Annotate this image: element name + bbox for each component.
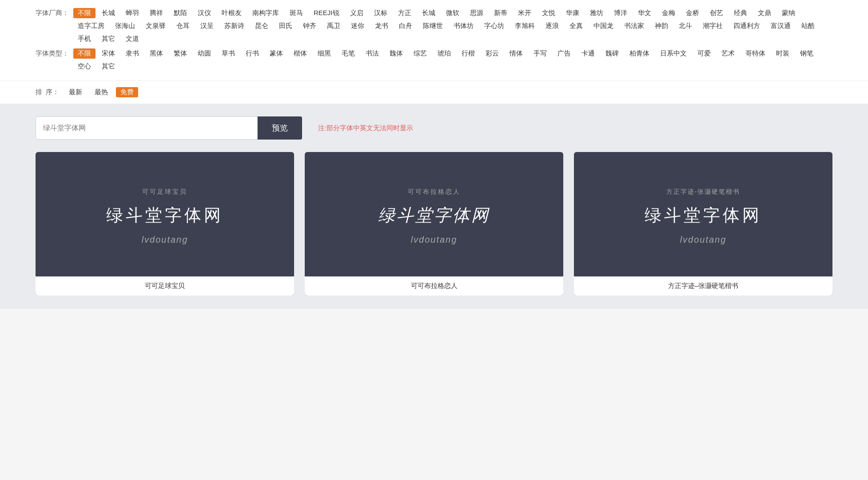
vendor-tag-boyang[interactable]: 博洋	[609, 8, 632, 18]
vendor-tag-tengxiang[interactable]: 腾祥	[145, 8, 167, 18]
vendor-tag-chanyu[interactable]: 蝉羽	[121, 8, 143, 18]
vendor-tag-hancheng[interactable]: 汉呈	[196, 21, 218, 31]
vendor-tag-fuhangtong[interactable]: 富汉通	[766, 21, 795, 31]
font-card-1[interactable]: 可可足球宝贝 绿斗堂字体网 lvdoutang 可可足球宝贝	[36, 152, 294, 296]
type-tag-xingshu[interactable]: 行书	[241, 48, 263, 59]
type-tag-guanggao[interactable]: 广告	[553, 48, 575, 59]
vendor-tag-zhanghaishan[interactable]: 张海山	[111, 21, 139, 31]
vendor-tag-chaozishe[interactable]: 潮字社	[698, 21, 727, 31]
sort-free[interactable]: 免费	[116, 87, 138, 97]
vendor-tag-nangou[interactable]: 南构字库	[248, 8, 283, 18]
type-tag-xingkai[interactable]: 行楷	[457, 48, 479, 59]
font-card-3[interactable]: 方正字迹-张灏硬笔楷书 绿斗堂字体网 lvdoutang 方正字迹–张灏硬笔楷书	[574, 152, 832, 296]
vendor-tag-jinqiao[interactable]: 金桥	[681, 8, 704, 18]
vendor-tag-zhulang[interactable]: 逐浪	[541, 21, 563, 31]
vendor-tag-suxinshi[interactable]: 苏新诗	[220, 21, 249, 31]
vendor-tag-reeji[interactable]: REEJI锐	[309, 8, 344, 18]
vendor-tag-shufa[interactable]: 书法家	[620, 21, 649, 31]
sort-newest[interactable]: 最新	[64, 87, 87, 97]
type-tag-youyuan[interactable]: 幼圆	[193, 48, 215, 59]
vendor-tag-tianshi[interactable]: 田氏	[275, 21, 297, 31]
vendor-tag-canger[interactable]: 仓耳	[172, 21, 194, 31]
type-tag-songti[interactable]: 宋体	[97, 48, 119, 59]
type-tag-shizhuang[interactable]: 时装	[772, 48, 794, 59]
vendor-tag-hanyi[interactable]: 汉仪	[193, 8, 215, 18]
type-tag-yishu[interactable]: 艺术	[717, 48, 739, 59]
type-tag-keai[interactable]: 可爱	[693, 48, 715, 59]
vendor-tag-microsoft[interactable]: 微软	[442, 8, 464, 18]
vendor-tag-yiqi[interactable]: 义启	[346, 8, 368, 18]
vendor-tag-yuwei[interactable]: 禹卫	[323, 21, 345, 31]
preview-text-input[interactable]	[36, 116, 258, 140]
type-tag-kongxin[interactable]: 空心	[73, 61, 96, 72]
vendor-tag-sitong[interactable]: 四通利方	[729, 21, 764, 31]
vendor-tag-hanbiao[interactable]: 汉标	[370, 8, 392, 18]
type-tag-shufa[interactable]: 书法	[361, 48, 383, 59]
preview-button[interactable]: 预览	[258, 116, 302, 140]
type-tag-katong[interactable]: 卡通	[577, 48, 599, 59]
type-tag-maobi[interactable]: 毛笔	[337, 48, 359, 59]
vendor-tag-yegenyou[interactable]: 叶根友	[217, 8, 246, 18]
vendor-tag-mini[interactable]: 迷你	[346, 21, 369, 31]
vendor-tag-unlimit[interactable]: 不限	[73, 8, 96, 18]
type-tag-caiyun[interactable]: 彩云	[481, 48, 503, 59]
sort-hottest[interactable]: 最热	[90, 87, 112, 97]
vendor-tag-wenyue[interactable]: 文悦	[538, 8, 560, 18]
vendor-tag-banma[interactable]: 斑马	[285, 8, 307, 18]
vendor-tag-siyuan[interactable]: 思源	[466, 8, 488, 18]
type-tag-gangbi[interactable]: 钢笔	[796, 48, 818, 59]
vendor-tag-quanzhen[interactable]: 全真	[565, 21, 587, 31]
type-tag-zhuanti[interactable]: 篆体	[265, 48, 287, 59]
vendor-tag-shenyun[interactable]: 神韵	[650, 21, 673, 31]
vendor-tag-jingdian[interactable]: 经典	[729, 8, 752, 18]
vendor-tag-mengna[interactable]: 蒙纳	[777, 8, 800, 18]
type-tag-fanti[interactable]: 繁体	[169, 48, 191, 59]
vendor-tag-changcheng2[interactable]: 长城	[418, 8, 440, 18]
type-tag-lishu[interactable]: 隶书	[121, 48, 143, 59]
vendor-tag-fangzheng[interactable]: 方正	[394, 8, 416, 18]
vendor-tag-shutifang[interactable]: 书体坊	[449, 21, 478, 31]
vendor-tag-jinmei[interactable]: 金梅	[657, 8, 680, 18]
vendor-tag-chuangyi[interactable]: 创艺	[705, 8, 728, 18]
vendor-tag-zhankoo[interactable]: 站酷	[797, 21, 819, 31]
vendor-tag-zixinfang[interactable]: 字心坊	[480, 21, 509, 31]
vendor-tag-changcheng[interactable]: 长城	[97, 8, 119, 18]
type-tag-kaiti[interactable]: 楷体	[289, 48, 311, 59]
type-tag-xihei[interactable]: 细黑	[313, 48, 335, 59]
vendor-tag-wending[interactable]: 文鼎	[753, 8, 776, 18]
type-tag-shoxie[interactable]: 手写	[529, 48, 551, 59]
type-tag-qita2[interactable]: 其它	[97, 61, 119, 72]
vendor-tag-zhongqi[interactable]: 钟齐	[299, 21, 321, 31]
type-tag-zongyi[interactable]: 综艺	[409, 48, 431, 59]
type-tag-gote[interactable]: 哥特体	[741, 48, 770, 59]
vendor-tag-zaozigongfang[interactable]: 造字工房	[73, 21, 109, 31]
vendor-tag-baizhou[interactable]: 白舟	[394, 21, 417, 31]
vendor-tag-wenquanyi[interactable]: 文泉驿	[141, 21, 170, 31]
vendor-tag-chenjishi[interactable]: 陈继世	[418, 21, 447, 31]
vendor-tag-kunlun[interactable]: 昆仑	[251, 21, 273, 31]
vendor-tag-xindi[interactable]: 新蒂	[490, 8, 512, 18]
vendor-tag-momo[interactable]: 默陌	[169, 8, 191, 18]
type-tag-heiti[interactable]: 黑体	[145, 48, 167, 59]
vendor-tag-yafang[interactable]: 雅坊	[585, 8, 608, 18]
type-tag-weiti[interactable]: 魏体	[385, 48, 407, 59]
type-tag-rixi[interactable]: 日系中文	[656, 48, 691, 59]
vendor-tag-beidou[interactable]: 北斗	[674, 21, 697, 31]
type-tag-hupo[interactable]: 琥珀	[433, 48, 455, 59]
vendor-tag-qita[interactable]: 其它	[97, 34, 119, 44]
vendor-tag-huawen[interactable]: 华文	[633, 8, 656, 18]
vendor-tag-mikai[interactable]: 米开	[514, 8, 536, 18]
font-card-2[interactable]: 可可布拉格恋人 绿斗堂字体网 lvdoutang 可可布拉格恋人	[305, 152, 563, 296]
vendor-tag-zhongguolong[interactable]: 中国龙	[589, 21, 618, 31]
vendor-tag-wendao[interactable]: 文道	[121, 34, 143, 44]
type-tag-weibei[interactable]: 魏碑	[601, 48, 623, 59]
type-tag-baqingti[interactable]: 柏青体	[625, 48, 654, 59]
vendor-tag-lixuke[interactable]: 李旭科	[510, 21, 539, 31]
vendor-tag-shouji[interactable]: 手机	[73, 34, 96, 44]
vendor-tag-longshu[interactable]: 龙书	[370, 21, 393, 31]
font-card-1-footer: 可可足球宝贝	[36, 276, 294, 296]
type-tag-caoshu[interactable]: 草书	[217, 48, 239, 59]
vendor-tag-huakang[interactable]: 华康	[561, 8, 584, 18]
type-tag-qingti[interactable]: 情体	[505, 48, 527, 59]
type-tag-unlimit[interactable]: 不限	[73, 48, 96, 59]
